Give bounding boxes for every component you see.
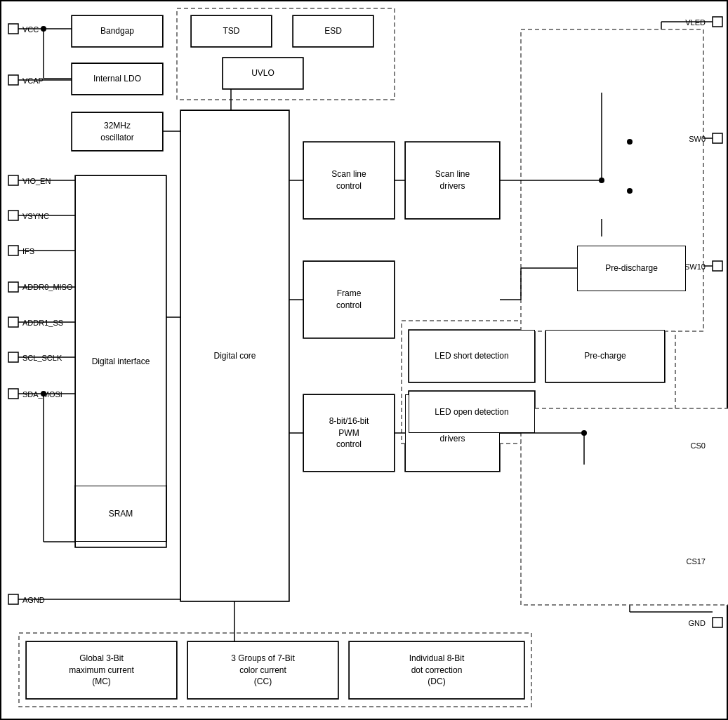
digital-core-block: Digital core xyxy=(180,110,289,601)
sw0-label: SW0 xyxy=(689,135,706,143)
svg-rect-13 xyxy=(713,440,722,450)
cs17-label: CS17 xyxy=(686,557,706,566)
led-open-block: LED open detection xyxy=(409,391,535,433)
dot-dc-block: Individual 8-Bit dot correction (DC) xyxy=(349,641,524,699)
svg-rect-15 xyxy=(713,618,722,627)
svg-rect-9 xyxy=(8,594,18,604)
svg-point-86 xyxy=(581,567,587,573)
vled-label: VLED xyxy=(685,18,706,27)
svg-point-68 xyxy=(584,436,640,493)
svg-rect-8 xyxy=(8,389,18,399)
vcc-label: VCC xyxy=(22,25,39,34)
svg-point-113 xyxy=(581,430,587,436)
scl-sclk-label: SCL_SCLK xyxy=(22,354,62,362)
vio-en-label: VIO_EN xyxy=(22,177,51,185)
sda-mosi-label: SDA_MOSI xyxy=(22,390,62,399)
sw10-label: SW10 xyxy=(684,262,706,271)
svg-point-85 xyxy=(581,462,587,467)
svg-rect-7 xyxy=(8,352,18,362)
led-short-block: LED short detection xyxy=(409,330,535,382)
svg-point-91 xyxy=(41,26,46,32)
svg-rect-1 xyxy=(8,75,18,85)
svg-rect-2 xyxy=(8,175,18,185)
gnd-label: GND xyxy=(689,619,706,627)
tsd-block: TSD xyxy=(191,15,272,47)
color-cc-block: 3 Groups of 7-Bit color current (CC) xyxy=(187,641,338,699)
svg-marker-73 xyxy=(588,566,595,573)
svg-point-67 xyxy=(599,178,604,183)
svg-line-43 xyxy=(619,82,630,93)
scan-line-drivers-block: Scan line drivers xyxy=(405,142,500,219)
esd-block: ESD xyxy=(293,15,373,47)
ifs-label: IFS xyxy=(22,247,34,255)
svg-point-63 xyxy=(627,188,633,194)
pwm-control-block: 8-bit/16-bit PWM control xyxy=(303,394,395,472)
internal-ldo-block: Internal LDO xyxy=(72,63,163,95)
svg-rect-0 xyxy=(8,24,18,34)
svg-line-44 xyxy=(619,93,630,103)
svg-rect-3 xyxy=(8,211,18,220)
vcap-label: VCAP xyxy=(22,76,44,85)
svg-point-62 xyxy=(627,139,633,145)
uvlo-block: UVLO xyxy=(223,58,303,89)
vsync-label: VSYNC xyxy=(22,212,49,220)
svg-marker-45 xyxy=(616,100,621,107)
cs0-label: CS0 xyxy=(691,441,706,450)
svg-rect-4 xyxy=(8,246,18,255)
predischarge-block: Pre-discharge xyxy=(577,246,686,291)
global-mc-block: Global 3-Bit maximum current (MC) xyxy=(26,641,177,699)
svg-line-52 xyxy=(619,225,630,236)
agnd-label: AGND xyxy=(22,596,45,604)
addr1-ss-label: ADDR1_SS xyxy=(22,319,63,327)
oscillator-block: 32MHz oscillator xyxy=(72,112,163,151)
svg-marker-70 xyxy=(588,461,595,468)
scan-line-control-block: Scan line control xyxy=(303,142,395,219)
sram-block: SRAM xyxy=(75,486,166,542)
precharge-block: Pre-charge xyxy=(545,330,665,382)
block-diagram: VCC VCAP VIO_EN VSYNC IFS ADDR0_MISO ADD… xyxy=(0,0,728,720)
svg-point-71 xyxy=(584,542,640,598)
addr0-miso-label: ADDR0_MISO xyxy=(22,283,73,291)
svg-rect-12 xyxy=(713,261,722,271)
svg-rect-14 xyxy=(713,556,722,566)
svg-rect-11 xyxy=(713,133,722,143)
svg-rect-5 xyxy=(8,282,18,292)
bandgap-block: Bandgap xyxy=(72,15,163,47)
svg-rect-87 xyxy=(521,408,728,605)
svg-rect-6 xyxy=(8,317,18,327)
frame-control-block: Frame control xyxy=(303,261,395,338)
svg-rect-10 xyxy=(713,17,722,27)
